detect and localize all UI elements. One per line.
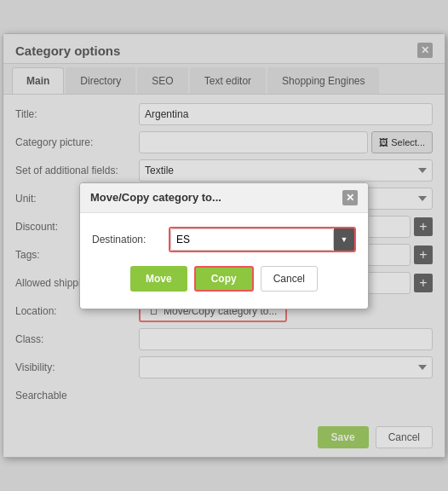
main-dialog: Category options ✕ Main Directory SEO Te…: [3, 33, 445, 458]
copy-button[interactable]: Copy: [194, 266, 254, 292]
sub-cancel-button[interactable]: Cancel: [261, 266, 318, 292]
destination-label: Destination:: [92, 234, 160, 246]
move-button[interactable]: Move: [130, 266, 187, 292]
destination-dropdown-arrow[interactable]: [334, 228, 354, 251]
sub-dialog-body: Destination: Move Copy Cancel: [80, 213, 368, 309]
sub-dialog: Move/Copy category to... ✕ Destination: …: [79, 182, 369, 309]
sub-dialog-overlay: Move/Copy category to... ✕ Destination: …: [3, 34, 445, 457]
destination-input[interactable]: [170, 228, 334, 251]
sub-dialog-close-button[interactable]: ✕: [342, 190, 358, 205]
sub-dialog-title: Move/Copy category to...: [90, 191, 221, 204]
destination-row: Destination:: [92, 227, 356, 252]
sub-dialog-title-bar: Move/Copy category to... ✕: [80, 183, 368, 213]
sub-dialog-buttons: Move Copy Cancel: [92, 266, 356, 295]
destination-select-wrap: [169, 227, 356, 252]
